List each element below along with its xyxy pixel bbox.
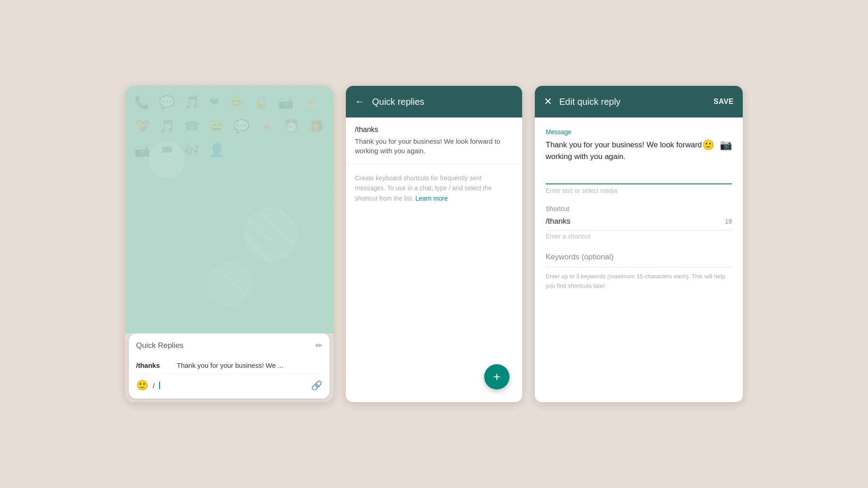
- deco-icon: 😄: [209, 119, 225, 134]
- deco-icon: ⏰: [283, 119, 299, 134]
- shortcut-char-count: 19: [725, 218, 732, 225]
- deco-icon: 🔒: [253, 95, 269, 110]
- qr-attach-icon[interactable]: 🔗: [311, 380, 322, 391]
- deco-icon: ☎: [184, 119, 200, 134]
- qr-popup-header: Quick Replies ✏: [136, 341, 322, 351]
- qrp-learn-more-link[interactable]: Learn more: [415, 195, 448, 202]
- deco-icon: ❤: [209, 95, 219, 110]
- qr-input-value[interactable]: /: [153, 382, 155, 389]
- qr-list-item[interactable]: /thanks Thank you for your business! We …: [136, 357, 322, 374]
- deco-icon: 🌸: [259, 119, 274, 134]
- message-field-section: Message Thank you for your business! We …: [546, 128, 732, 194]
- qrp-item-message: Thank you for your business! We look for…: [355, 136, 513, 155]
- camera-icon[interactable]: 📷: [720, 139, 732, 151]
- deco-icon: 👤: [209, 143, 225, 158]
- deco-icon: 📷: [278, 95, 294, 110]
- shortcut-placeholder: Enter a shortcut: [546, 233, 732, 240]
- qr-edit-icon[interactable]: ✏: [316, 341, 322, 351]
- keywords-hint: Enter up to 3 keywords (maximum 15 chara…: [546, 272, 732, 291]
- text-cursor: [159, 382, 160, 389]
- qr-popup-title: Quick Replies: [136, 341, 184, 350]
- qrp-hint-text: Create keyboard shortcuts for frequently…: [355, 174, 491, 202]
- qrp-hint: Create keyboard shortcuts for frequently…: [346, 164, 522, 212]
- qrp-add-button[interactable]: +: [484, 364, 509, 389]
- deco-icon: 💻: [159, 143, 175, 158]
- ep-header-title: Edit quick reply: [559, 97, 707, 107]
- shortcut-section-label: Shortcut: [546, 205, 732, 212]
- qr-input-row: 🙂 / 🔗: [136, 374, 322, 391]
- deco-icon: 📞: [134, 95, 150, 110]
- keywords-label: Keywords (optional): [546, 253, 732, 267]
- chat-panel: 📞 💬 🎵 ❤ 😊 🔒 📷 🎂 💝 🎵 ☎ 😄 💬 🌸 ⏰ 🎁 📷 💻 🎶 👤 …: [125, 86, 333, 402]
- message-field-label: Message: [546, 128, 732, 136]
- qr-emoji-icon[interactable]: 🙂: [136, 380, 148, 391]
- qrp-header-title: Quick replies: [372, 97, 425, 107]
- deco-icon: 🎁: [308, 119, 324, 134]
- message-input-area[interactable]: Thank you for your business! We look for…: [546, 139, 732, 184]
- deco-icon: 🎵: [159, 119, 175, 134]
- deco-icon: 💬: [159, 95, 175, 110]
- qr-item-shortcut: /thanks: [136, 361, 172, 369]
- deco-icon: 🎵: [184, 95, 200, 110]
- back-icon[interactable]: ←: [355, 96, 365, 108]
- qrp-reply-item[interactable]: /thanks Thank you for your business! We …: [346, 117, 522, 164]
- ep-content: Message Thank you for your business! We …: [535, 117, 743, 402]
- deco-icon: 🎂: [303, 95, 319, 110]
- qrp-add-icon: +: [493, 370, 500, 384]
- ep-header: ✕ Edit quick reply SAVE: [535, 86, 743, 117]
- shortcut-field-section: Shortcut /thanks 19 Enter a shortcut: [546, 205, 732, 240]
- emoji-picker-icon[interactable]: 🙂: [702, 139, 714, 151]
- ep-close-icon[interactable]: ✕: [544, 96, 552, 108]
- media-icons: 🙂 📷: [702, 139, 732, 151]
- quick-replies-panel: ← Quick replies /thanks Thank you for yo…: [346, 86, 522, 402]
- quick-replies-popup: Quick Replies ✏ /thanks Thank you for yo…: [129, 333, 330, 399]
- qr-item-preview: Thank you for your business! We ...: [177, 361, 283, 369]
- shortcut-input-row: /thanks 19: [546, 217, 732, 231]
- ep-save-button[interactable]: SAVE: [714, 98, 734, 106]
- keywords-section: Keywords (optional) Enter up to 3 keywor…: [546, 253, 732, 291]
- deco-icon: 💝: [134, 119, 150, 134]
- shortcut-value[interactable]: /thanks: [546, 217, 571, 226]
- qrp-content: /thanks Thank you for your business! We …: [346, 117, 522, 402]
- deco-icon: 😊: [228, 95, 244, 110]
- deco-icon: 📷: [134, 143, 150, 158]
- deco-icon: 💬: [234, 119, 250, 134]
- edit-quick-reply-panel: ✕ Edit quick reply SAVE Message Thank yo…: [535, 86, 743, 402]
- qrp-header: ← Quick replies: [346, 86, 522, 117]
- chat-background: 📞 💬 🎵 ❤ 😊 🔒 📷 🎂 💝 🎵 ☎ 😄 💬 🌸 ⏰ 🎁 📷 💻 🎶 👤: [125, 86, 333, 333]
- message-placeholder: Enter text or select media: [546, 187, 732, 194]
- deco-icon: 🎶: [184, 143, 200, 158]
- chat-bg-decorations: 📞 💬 🎵 ❤ 😊 🔒 📷 🎂 💝 🎵 ☎ 😄 💬 🌸 ⏰ 🎁 📷 💻 🎶 👤: [125, 86, 333, 333]
- qrp-item-shortcut: /thanks: [355, 126, 513, 134]
